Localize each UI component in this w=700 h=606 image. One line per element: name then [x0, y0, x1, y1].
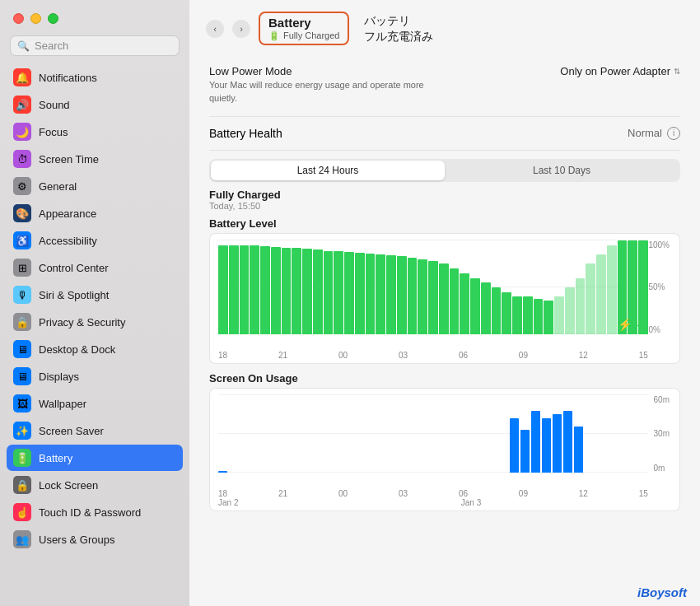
last-10d-button[interactable]: Last 10 Days: [445, 161, 679, 180]
sidebar-list: 🔔Notifications🔊Sound🌙Focus⏱Screen Time⚙G…: [0, 63, 189, 606]
battery-bar-20: [428, 261, 438, 334]
battery-health-value: Normal: [628, 127, 662, 139]
sidebar-item-wallpaper[interactable]: 🖼Wallpaper: [7, 390, 183, 417]
usage-bar-0: [218, 471, 227, 473]
battery-title-box: Battery 🔋 Fully Charged: [259, 12, 349, 45]
sidebar-item-accessibility[interactable]: ♿Accessibility: [7, 227, 183, 254]
privacy-security-icon: 🔒: [13, 313, 31, 331]
battery-bar-23: [460, 273, 469, 334]
battery-bar-24: [470, 278, 480, 334]
usage-chart-container: 60m 30m 0m 1821000306091215 Jan 2 Jan 3: [209, 388, 680, 511]
sidebar-item-label-focus: Focus: [39, 126, 68, 138]
battery-bar-22: [450, 268, 460, 334]
battery-bar-28: [512, 296, 522, 334]
page-title: Battery: [268, 16, 339, 30]
battery-bar-26: [492, 287, 502, 334]
touch-id-icon: ☝: [13, 503, 31, 521]
battery-status: Fully Charged: [283, 30, 339, 41]
battery-bar-13: [355, 253, 365, 334]
battery-chart-container: ⚡— 100% 50% 0% 1821000306091215: [209, 233, 680, 364]
sidebar-item-label-displays: Displays: [39, 371, 79, 383]
battery-bar-16: [386, 255, 396, 334]
sidebar-item-sound[interactable]: 🔊Sound: [7, 91, 183, 118]
notifications-icon: 🔔: [13, 68, 31, 86]
info-button[interactable]: i: [667, 127, 680, 140]
sidebar-item-appearance[interactable]: 🎨Appearance: [7, 200, 183, 226]
nav-back-button[interactable]: ‹: [206, 20, 224, 38]
battery-bar-7: [292, 248, 301, 334]
battery-bar-10: [324, 251, 334, 334]
charge-status: Fully Charged: [209, 189, 680, 201]
last-24h-button[interactable]: Last 24 Hours: [211, 161, 445, 180]
traffic-lights: [0, 0, 189, 32]
search-label: Search: [35, 40, 68, 52]
battery-icon: 🔋: [268, 30, 280, 41]
sidebar-item-label-battery: Battery: [39, 452, 72, 464]
sidebar-item-control-center[interactable]: ⊞Control Center: [7, 254, 183, 281]
charging-icon: ⚡—: [618, 318, 643, 331]
main-content: ‹ › Battery 🔋 Fully Charged バッテリ フル充電済み …: [189, 0, 700, 606]
battery-bar-2: [240, 245, 250, 334]
low-power-mode-desc: Your Mac will reduce energy usage and op…: [209, 79, 440, 105]
sidebar-item-users-groups[interactable]: 👥Users & Groups: [7, 526, 183, 552]
sidebar-item-displays[interactable]: 🖥Displays: [7, 363, 183, 389]
battery-bar-34: [576, 278, 586, 334]
sidebar-item-label-users-groups: Users & Groups: [39, 534, 114, 546]
battery-bar-11: [334, 251, 343, 334]
sidebar-item-general[interactable]: ⚙General: [7, 173, 183, 199]
close-button[interactable]: [13, 13, 24, 24]
battery-icon: 🔋: [13, 449, 31, 467]
sound-icon: 🔊: [13, 96, 31, 114]
sidebar-item-siri-spotlight[interactable]: 🎙Siri & Spotlight: [7, 282, 183, 308]
sidebar-item-privacy-security[interactable]: 🔒Privacy & Security: [7, 309, 183, 335]
sidebar: 🔍 Search 🔔Notifications🔊Sound🌙Focus⏱Scre…: [0, 0, 189, 606]
nav-forward-button[interactable]: ›: [232, 20, 250, 38]
sidebar-item-label-privacy-security: Privacy & Security: [39, 316, 125, 329]
watermark: iBoysoft: [637, 585, 687, 599]
usage-bar-28: [520, 430, 530, 473]
sidebar-item-label-screen-time: Screen Time: [39, 153, 99, 165]
battery-bar-27: [502, 292, 511, 334]
usage-bar-30: [542, 418, 551, 473]
battery-y-labels: 100% 50% 0%: [648, 240, 671, 334]
date-labels: Jan 2 Jan 3: [218, 498, 671, 507]
sidebar-item-screen-time[interactable]: ⏱Screen Time: [7, 146, 183, 172]
usage-bar-29: [531, 411, 540, 473]
battery-bar-6: [282, 248, 292, 334]
fullscreen-button[interactable]: [48, 13, 58, 24]
sidebar-item-label-general: General: [39, 180, 77, 193]
battery-subtitle: 🔋 Fully Charged: [268, 30, 339, 41]
search-container: 🔍 Search: [0, 32, 189, 63]
battery-bar-19: [418, 259, 427, 334]
screen-time-icon: ⏱: [13, 150, 31, 168]
sidebar-item-battery[interactable]: 🔋Battery: [7, 445, 183, 471]
battery-bar-4: [260, 246, 270, 334]
sidebar-item-touch-id[interactable]: ☝Touch ID & Password: [7, 499, 183, 525]
sidebar-item-notifications[interactable]: 🔔Notifications: [7, 64, 183, 91]
battery-level-section: Battery Level ⚡— 100% 50% 0%: [209, 217, 680, 364]
sidebar-item-label-desktop-dock: Desktop & Dock: [39, 343, 115, 356]
focus-icon: 🌙: [13, 123, 31, 141]
content-area: Low Power Mode Your Mac will reduce ener…: [189, 54, 700, 606]
low-power-mode-title: Low Power Mode: [209, 65, 560, 77]
low-power-mode-text: Low Power Mode Your Mac will reduce ener…: [209, 65, 560, 105]
sidebar-item-desktop-dock[interactable]: 🖥Desktop & Dock: [7, 336, 183, 362]
low-power-mode-control[interactable]: Only on Power Adapter ⇅: [560, 65, 680, 77]
usage-bar-31: [553, 414, 562, 473]
sidebar-item-label-touch-id: Touch ID & Password: [39, 506, 141, 519]
sidebar-item-label-sound: Sound: [39, 99, 70, 111]
sidebar-item-screen-saver[interactable]: ✨Screen Saver: [7, 417, 183, 444]
sidebar-item-lock-screen[interactable]: 🔒Lock Screen: [7, 472, 183, 498]
sidebar-item-label-siri-spotlight: Siri & Spotlight: [39, 289, 109, 301]
users-groups-icon: 👥: [13, 530, 31, 548]
sidebar-item-label-control-center: Control Center: [39, 262, 109, 274]
minimize-button[interactable]: [30, 13, 41, 24]
search-box[interactable]: 🔍 Search: [10, 35, 180, 56]
control-center-icon: ⊞: [13, 259, 31, 277]
sidebar-item-label-notifications: Notifications: [39, 72, 97, 84]
usage-chart-canvas: 60m 30m 0m: [218, 395, 671, 486]
sidebar-item-focus[interactable]: 🌙Focus: [7, 119, 183, 145]
screen-usage-section: Screen On Usage 60m 30m 0m 1821000306091…: [209, 372, 680, 511]
search-icon: 🔍: [17, 40, 30, 52]
japanese-label: バッテリ フル充電済み: [364, 13, 433, 43]
